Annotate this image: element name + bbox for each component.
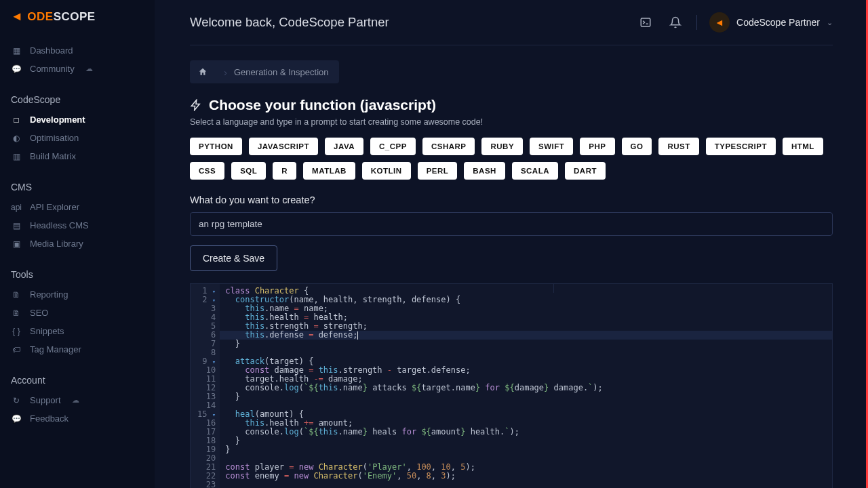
lang-pill-r[interactable]: R [273, 162, 296, 180]
sidebar-item-label: API Explorer [30, 202, 79, 212]
page-icon: ▤ [11, 221, 22, 230]
username: CodeScope Partner [736, 17, 820, 28]
nav-section-title: Account [0, 371, 155, 391]
nav-section-title: CMS [0, 178, 155, 198]
sidebar-item-snippets[interactable]: { }Snippets [0, 322, 155, 340]
lang-pill-sql[interactable]: SQL [231, 162, 266, 180]
terminal-icon[interactable] [637, 14, 654, 31]
sidebar-item-tag-manager[interactable]: 🏷Tag Manager [0, 340, 155, 359]
sidebar-item-seo[interactable]: 🗎SEO [0, 304, 155, 322]
lang-pill-python[interactable]: PYTHON [190, 138, 242, 155]
editor-split-line [553, 284, 554, 293]
welcome-text: Welcome back, CodeScope Partner [190, 15, 389, 30]
lang-pill-go[interactable]: GO [622, 138, 652, 155]
sidebar-item-label: Feedback [30, 413, 68, 424]
lang-pill-kotlin[interactable]: KOTLIN [362, 162, 411, 180]
api-icon: api [11, 203, 22, 212]
sidebar-item-feedback[interactable]: 💬Feedback [0, 409, 155, 428]
tag-icon: 🏷 [11, 345, 22, 354]
user-menu[interactable]: ◄ CodeScope Partner ⌄ [709, 12, 833, 33]
sidebar-item-optimisation[interactable]: ◐Optimisation [0, 129, 155, 147]
chevron-down-icon: ⌄ [827, 18, 833, 27]
sidebar-item-label: Tag Manager [30, 344, 81, 354]
home-icon[interactable] [198, 67, 208, 77]
divider [696, 15, 697, 30]
chat-icon: 💬 [11, 64, 22, 74]
sidebar-item-build-matrix[interactable]: ▥Build Matrix [0, 147, 155, 165]
lang-pill-typescript[interactable]: TYPESCRIPT [706, 138, 776, 155]
svg-rect-0 [641, 18, 650, 26]
sidebar-item-label: Build Matrix [30, 151, 76, 161]
lang-pill-c_cpp[interactable]: C_CPP [370, 138, 416, 155]
sidebar-item-dashboard[interactable]: ▦Dashboard [0, 41, 155, 60]
breadcrumb: › Generation & Inspection [190, 60, 833, 83]
media-icon: ▣ [11, 239, 22, 249]
cloud-icon: ☁ [72, 396, 79, 405]
sidebar-item-label: Support [30, 395, 61, 405]
sidebar-item-headless-cms[interactable]: ▤Headless CMS [0, 216, 155, 235]
cloud-icon: ☁ [85, 64, 93, 73]
lang-pill-rust[interactable]: RUST [658, 138, 698, 155]
lang-pill-perl[interactable]: PERL [418, 162, 458, 180]
sidebar-item-api-explorer[interactable]: apiAPI Explorer [0, 198, 155, 216]
braces-icon: { } [11, 327, 22, 336]
code-editor[interactable]: 1 ▾2 ▾3456789 ▾101112131415 ▾16171819202… [190, 283, 833, 488]
lang-pill-bash[interactable]: BASH [464, 162, 505, 180]
sidebar-item-reporting[interactable]: 🗎Reporting [0, 285, 155, 304]
editor-gutter: 1 ▾2 ▾3456789 ▾101112131415 ▾16171819202… [191, 284, 220, 488]
lang-pill-dart[interactable]: DART [565, 162, 606, 180]
prompt-label: What do you want to create? [190, 195, 833, 205]
sidebar-item-label: Community [30, 64, 75, 74]
page-subtitle: Select a language and type in a prompt t… [190, 117, 833, 127]
sidebar-item-community[interactable]: 💬Community☁ [0, 60, 155, 78]
lang-pill-html[interactable]: HTML [783, 138, 823, 155]
sidebar: ◄ ODESCOPE ▦Dashboard💬Community☁ CodeSco… [0, 0, 155, 488]
lang-pill-csharp[interactable]: CSHARP [422, 138, 475, 155]
sidebar-item-label: Headless CMS [30, 220, 89, 230]
sidebar-item-label: Optimisation [30, 133, 79, 143]
sidebar-item-label: Reporting [30, 289, 68, 300]
nav-top: ▦Dashboard💬Community☁ [0, 41, 155, 78]
doc-icon: 🗎 [11, 290, 22, 300]
lang-pill-ruby[interactable]: RUBY [481, 138, 523, 155]
main: Welcome back, CodeScope Partner ◄ CodeSc… [155, 0, 868, 488]
comment-icon: 💬 [11, 414, 22, 424]
sidebar-item-label: Development [30, 115, 85, 125]
page-title: Choose your function (javascript) [209, 97, 436, 113]
lang-pill-java[interactable]: JAVA [325, 138, 363, 155]
top-actions: ◄ CodeScope Partner ⌄ [637, 12, 833, 33]
nav-section-title: Tools [0, 265, 155, 285]
logo-icon: ◄ [11, 9, 23, 24]
lang-pill-matlab[interactable]: MATLAB [303, 162, 355, 180]
breadcrumb-current[interactable]: Generation & Inspection [234, 67, 328, 77]
sidebar-item-label: Dashboard [30, 45, 73, 56]
sidebar-item-label: SEO [30, 308, 48, 318]
lang-pill-scala[interactable]: SCALA [512, 162, 558, 180]
lang-pill-swift[interactable]: SWIFT [530, 138, 573, 155]
bars-icon: ▥ [11, 152, 22, 161]
seo-icon: 🗎 [11, 308, 22, 318]
nav-section-title: CodeScope [0, 90, 155, 110]
lang-pill-php[interactable]: PHP [580, 138, 614, 155]
prompt-input[interactable] [190, 212, 833, 236]
lang-pill-javascript[interactable]: JAVASCRIPT [249, 138, 318, 155]
lightning-icon [190, 99, 202, 111]
language-pills: PYTHONJAVASCRIPTJAVAC_CPPCSHARPRUBYSWIFT… [190, 138, 833, 180]
life-icon: ↻ [11, 396, 22, 405]
create-save-button[interactable]: Create & Save [190, 245, 277, 271]
lang-pill-css[interactable]: CSS [190, 162, 224, 180]
gauge-icon: ◐ [11, 134, 22, 143]
sidebar-item-support[interactable]: ↻Support☁ [0, 391, 155, 409]
bell-icon[interactable] [667, 14, 684, 31]
sidebar-item-label: Media Library [30, 239, 83, 249]
logo[interactable]: ◄ ODESCOPE [0, 9, 155, 29]
grid-icon: ▦ [11, 46, 22, 56]
editor-code[interactable]: class Character { constructor(name, heal… [220, 284, 832, 488]
sidebar-item-media-library[interactable]: ▣Media Library [0, 235, 155, 253]
box-icon: □ [11, 115, 22, 125]
topbar: Welcome back, CodeScope Partner ◄ CodeSc… [190, 12, 833, 45]
sidebar-item-label: Snippets [30, 326, 64, 336]
avatar: ◄ [709, 12, 730, 33]
sidebar-item-development[interactable]: □Development [0, 110, 155, 129]
breadcrumb-sep: › [224, 66, 227, 78]
